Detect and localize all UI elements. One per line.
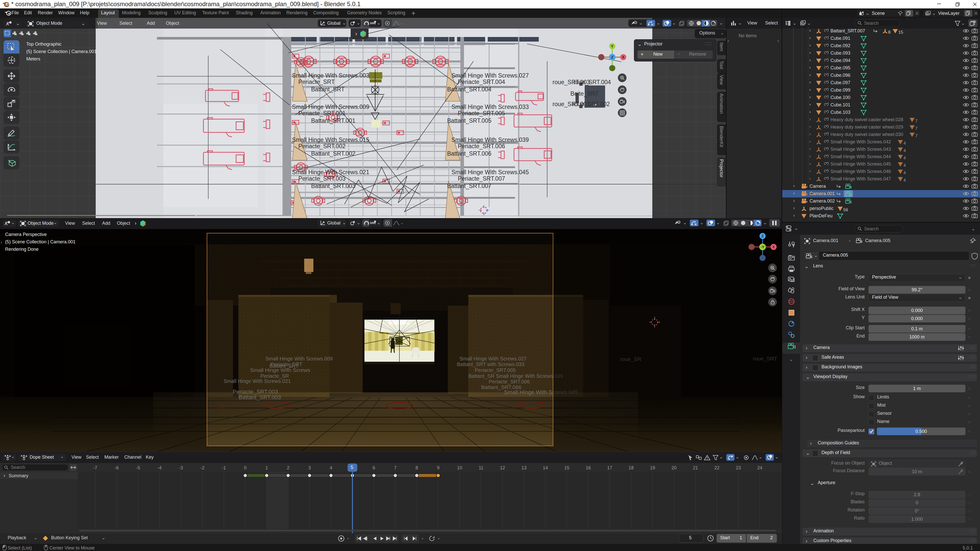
svg-text:roue_SRT.002: roue_SRT.002 bbox=[573, 101, 610, 107]
svg-text:15: 15 bbox=[564, 465, 570, 470]
svg-text:22: 22 bbox=[714, 465, 719, 470]
svg-text:Battant_SRT: Battant_SRT bbox=[311, 86, 345, 93]
svg-text:2: 2 bbox=[287, 465, 290, 470]
svg-text:Periacte_SRT.006: Periacte_SRT.006 bbox=[458, 143, 505, 149]
svg-text:9: 9 bbox=[437, 465, 439, 470]
svg-text:13: 13 bbox=[522, 465, 527, 470]
svg-text:Periacte_SRT.004: Periacte_SRT.004 bbox=[458, 79, 505, 85]
svg-text:-4: -4 bbox=[158, 465, 162, 470]
svg-text:Small Hinge With Screws.009: Small Hinge With Screws.009 bbox=[292, 103, 369, 110]
svg-text:-Y: -Y bbox=[761, 245, 765, 249]
svg-text:Battant_SRT.005: Battant_SRT.005 bbox=[447, 118, 491, 124]
svg-text:20: 20 bbox=[671, 465, 676, 470]
svg-text:Battant_SRT.004: Battant_SRT.004 bbox=[447, 86, 492, 93]
svg-text:-2: -2 bbox=[200, 465, 204, 470]
svg-text:Periacte_SRT.001: Periacte_SRT.001 bbox=[298, 110, 345, 117]
svg-text:10: 10 bbox=[457, 465, 462, 470]
svg-text:Battant_SRT.007: Battant_SRT.007 bbox=[447, 183, 491, 189]
svg-text:Periacte_SRT.003: Periacte_SRT.003 bbox=[298, 175, 345, 182]
svg-text:12: 12 bbox=[500, 465, 505, 470]
svg-text:Z: Z bbox=[762, 234, 764, 238]
svg-text:Battant_SRT.006: Battant_SRT.006 bbox=[447, 150, 491, 157]
svg-text:18: 18 bbox=[628, 465, 634, 470]
svg-text:Periacte_SRT.002: Periacte_SRT.002 bbox=[298, 143, 345, 149]
svg-text:7: 7 bbox=[394, 465, 396, 470]
svg-text:8: 8 bbox=[415, 465, 418, 470]
svg-text:0: 0 bbox=[244, 465, 247, 470]
svg-text:-6: -6 bbox=[115, 465, 119, 470]
svg-text:3: 3 bbox=[308, 465, 311, 470]
svg-text:17: 17 bbox=[607, 465, 612, 470]
svg-text:6: 6 bbox=[372, 465, 375, 470]
svg-text:Y: Y bbox=[611, 44, 614, 48]
svg-text:Small Hinge With Screws.033: Small Hinge With Screws.033 bbox=[452, 103, 529, 110]
svg-text:X: X bbox=[772, 245, 775, 249]
svg-text:Periacte_SRT.005: Periacte_SRT.005 bbox=[458, 110, 505, 117]
svg-text:Small Hinge With Screws.039: Small Hinge With Screws.039 bbox=[452, 137, 529, 143]
svg-text:23: 23 bbox=[736, 465, 741, 470]
svg-text:Z: Z bbox=[611, 55, 614, 59]
svg-text:roue_SRT.004: roue_SRT.004 bbox=[573, 79, 611, 86]
svg-text:Small Hinge With Screws.045: Small Hinge With Screws.045 bbox=[452, 169, 529, 176]
svg-text:Small Hinge With Screws.015: Small Hinge With Screws.015 bbox=[292, 137, 369, 143]
svg-text:Battant_SRT.003: Battant_SRT.003 bbox=[311, 183, 355, 189]
svg-text:Periacte_SRT.007: Periacte_SRT.007 bbox=[458, 175, 505, 182]
svg-text:Battant_SRT.002: Battant_SRT.002 bbox=[311, 150, 355, 157]
svg-text:19: 19 bbox=[650, 465, 655, 470]
svg-text:Small Hinge With Screws.027: Small Hinge With Screws.027 bbox=[452, 72, 529, 79]
svg-text:4: 4 bbox=[330, 465, 332, 470]
svg-text:Periacte_SRT: Periacte_SRT bbox=[298, 79, 335, 85]
svg-text:Small Hinge With Screws.003: Small Hinge With Screws.003 bbox=[292, 72, 369, 79]
svg-text:14: 14 bbox=[543, 465, 548, 470]
svg-text:11: 11 bbox=[479, 465, 484, 470]
svg-text:Battant_SRT.001: Battant_SRT.001 bbox=[311, 118, 355, 124]
svg-text:-3: -3 bbox=[179, 465, 183, 470]
svg-text:-7: -7 bbox=[93, 465, 97, 470]
svg-text:-5: -5 bbox=[136, 465, 140, 470]
svg-text:Small Hinge With Screws.021: Small Hinge With Screws.021 bbox=[292, 169, 369, 176]
svg-text:1: 1 bbox=[266, 465, 268, 470]
svg-text:Boite_SRT: Boite_SRT bbox=[570, 90, 599, 97]
svg-text:16: 16 bbox=[586, 465, 591, 470]
svg-text:21: 21 bbox=[693, 465, 698, 470]
svg-text:X: X bbox=[622, 55, 625, 59]
svg-text:-1: -1 bbox=[222, 465, 226, 470]
